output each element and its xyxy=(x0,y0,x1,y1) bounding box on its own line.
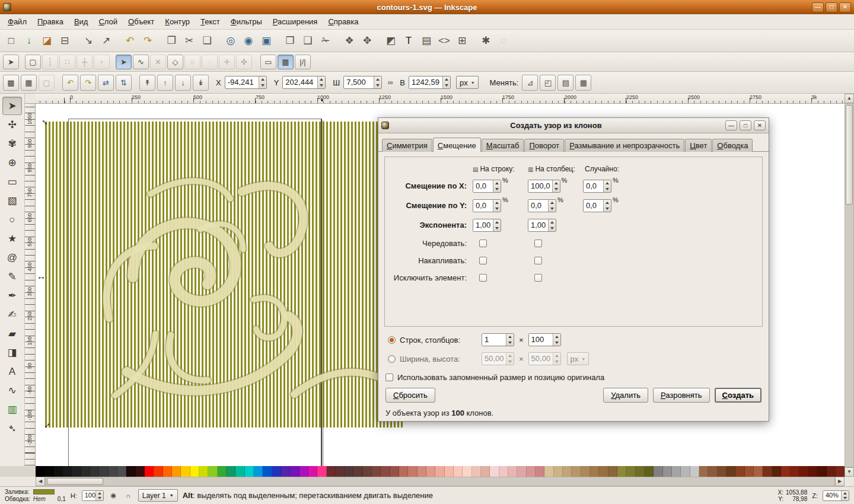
snap-path-intersections-toggle[interactable]: ✕ xyxy=(150,55,166,69)
menu-item[interactable]: Файл xyxy=(2,15,32,28)
dialog-tab[interactable]: Цвет xyxy=(685,139,712,152)
create-clone-button[interactable]: ❑ xyxy=(299,33,316,49)
dialog-tab[interactable]: Смещение xyxy=(433,138,481,152)
palette-swatch[interactable] xyxy=(790,466,799,477)
checkbox[interactable] xyxy=(534,240,542,247)
palette-swatch[interactable] xyxy=(63,466,72,477)
palette-swatch[interactable] xyxy=(263,466,272,477)
flip-vertical-button[interactable]: ⇅ xyxy=(116,75,132,91)
snap-bbox-centers-toggle[interactable]: ▫ xyxy=(94,55,110,69)
tweak-tool[interactable]: ✾ xyxy=(2,135,22,153)
layer-visibility-toggle[interactable]: ◉ xyxy=(109,490,119,500)
exponent-input[interactable]: 1,00 xyxy=(528,219,556,232)
palette-swatch[interactable] xyxy=(163,466,172,477)
pen-tool[interactable]: ✒ xyxy=(2,286,22,305)
unlink-clone-button[interactable]: ✁ xyxy=(317,33,334,49)
scroll-left-button[interactable]: ◀ xyxy=(36,477,45,486)
rotate-90-cw-button[interactable]: ↷ xyxy=(80,75,96,91)
palette-swatch[interactable] xyxy=(636,466,645,477)
open-document-button[interactable]: ↓ xyxy=(21,33,37,49)
palette-swatch[interactable] xyxy=(199,466,208,477)
palette-swatch[interactable] xyxy=(72,466,81,477)
palette-swatch[interactable] xyxy=(117,466,126,477)
use-saved-size-checkbox[interactable] xyxy=(385,374,393,381)
dialog-titlebar[interactable]: Создать узор из клонов — □ ✕ xyxy=(378,118,769,133)
palette-swatch[interactable] xyxy=(363,466,372,477)
palette-swatch[interactable] xyxy=(490,466,499,477)
window-close-button[interactable]: ✕ xyxy=(839,2,851,12)
menu-item[interactable]: Расширения xyxy=(267,15,323,28)
palette-swatch[interactable] xyxy=(781,466,790,477)
palette-swatch[interactable] xyxy=(272,466,281,477)
shift-y-input[interactable]: 0,0 xyxy=(583,199,611,212)
palette-swatch[interactable] xyxy=(181,466,190,477)
palette-swatch[interactable] xyxy=(454,466,463,477)
palette-swatch[interactable] xyxy=(499,466,508,477)
palette-swatch[interactable] xyxy=(172,466,181,477)
selector-tool[interactable]: ➤ xyxy=(2,97,22,115)
units-select[interactable]: px ▼ xyxy=(456,76,479,89)
window-minimize-button[interactable]: — xyxy=(812,2,824,12)
palette-swatch[interactable] xyxy=(608,466,617,477)
redo-button[interactable]: ↷ xyxy=(139,33,156,49)
palette-swatch[interactable] xyxy=(590,466,599,477)
affect-scale-stroke-toggle[interactable]: ⊿ xyxy=(522,75,538,91)
palette-swatch[interactable] xyxy=(208,466,217,477)
unclump-button[interactable]: Разровнять xyxy=(653,388,710,403)
palette-swatch[interactable] xyxy=(81,466,90,477)
palette-swatch[interactable] xyxy=(763,466,772,477)
zoom-to-page-button[interactable]: ▣ xyxy=(258,33,275,49)
import-button[interactable]: ↘ xyxy=(80,33,97,49)
fill-stroke-dialog-button[interactable]: ◩ xyxy=(383,33,399,49)
spiral-tool[interactable]: @ xyxy=(2,248,22,267)
dialog-close-button[interactable]: ✕ xyxy=(754,120,766,130)
zoom-to-selection-button[interactable]: ◎ xyxy=(222,33,239,49)
palette-swatch[interactable] xyxy=(44,466,53,477)
zoom-tool[interactable]: ⊕ xyxy=(2,154,22,172)
palette-swatch[interactable] xyxy=(463,466,471,477)
checkbox[interactable] xyxy=(479,240,487,247)
palette-swatch[interactable] xyxy=(472,466,481,477)
fill-color-swatch[interactable] xyxy=(33,489,55,495)
palette-swatch[interactable] xyxy=(690,466,699,477)
scroll-right-button[interactable]: ▶ xyxy=(835,477,845,486)
width-size-input[interactable]: 50,00 xyxy=(482,352,514,365)
palette-swatch[interactable] xyxy=(572,466,581,477)
palette-swatch[interactable] xyxy=(836,466,845,477)
palette-swatch[interactable] xyxy=(581,466,590,477)
snap-page-border-toggle[interactable]: ▭ xyxy=(260,55,276,69)
palette-swatch[interactable] xyxy=(245,466,254,477)
palette-swatch[interactable] xyxy=(299,466,308,477)
text-tool[interactable]: A xyxy=(2,362,22,381)
palette-swatch[interactable] xyxy=(799,466,808,477)
palette-swatch[interactable] xyxy=(390,466,399,477)
snap-smooth-nodes-toggle[interactable]: ○ xyxy=(184,55,200,69)
palette-swatch[interactable] xyxy=(708,466,717,477)
palette-swatch[interactable] xyxy=(435,466,444,477)
palette-swatch[interactable] xyxy=(345,466,353,477)
snap-midpoints-toggle[interactable]: · xyxy=(202,55,218,69)
menu-item[interactable]: Объект xyxy=(123,15,160,28)
pencil-tool[interactable]: ✎ xyxy=(2,267,22,286)
affect-scale-corners-toggle[interactable]: ◰ xyxy=(540,75,556,91)
palette-swatch[interactable] xyxy=(508,466,517,477)
remove-button[interactable]: Удалить xyxy=(603,388,648,403)
palette-swatch[interactable] xyxy=(718,466,726,477)
dropper-tool[interactable]: ➴ xyxy=(2,419,22,438)
affect-move-patterns-toggle[interactable]: ▦ xyxy=(575,75,591,91)
dialog-minimize-button[interactable]: — xyxy=(725,120,737,130)
y-input[interactable]: 202,444 xyxy=(282,76,326,89)
palette-swatch[interactable] xyxy=(735,466,744,477)
snap-rotation-center-toggle[interactable]: ✜ xyxy=(236,55,252,69)
palette-swatch[interactable] xyxy=(408,466,417,477)
shift-x-input[interactable]: 0,0 xyxy=(473,180,501,193)
snap-object-centers-toggle[interactable]: ✛ xyxy=(219,55,235,69)
box3d-tool[interactable]: ▧ xyxy=(2,192,22,210)
selection-scale-handle[interactable]: ↔ xyxy=(37,272,46,280)
window-titlebar[interactable]: contours-1.svg — Inkscape — □ ✕ xyxy=(0,0,854,14)
rect-tool[interactable]: ▭ xyxy=(2,173,22,191)
palette-swatch[interactable] xyxy=(235,466,244,477)
width-input[interactable]: 7,500 xyxy=(343,76,382,89)
text-dialog-button[interactable]: T xyxy=(400,33,417,49)
palette-swatch[interactable] xyxy=(626,466,635,477)
